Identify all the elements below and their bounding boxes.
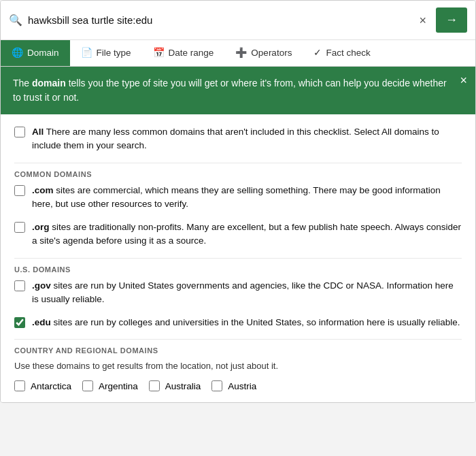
divider-2 bbox=[14, 258, 462, 259]
checkbox-row-all: All There are many less common domains t… bbox=[14, 125, 462, 153]
checkbox-row-org: .org sites are traditionally non-profits… bbox=[14, 221, 462, 248]
checkbox-org[interactable] bbox=[14, 222, 25, 233]
globe-icon: 🌐 bbox=[12, 47, 23, 58]
main-container: 🔍 × → 🌐 Domain 📄 File type 📅 Date range … bbox=[0, 0, 476, 403]
checkbox-all[interactable] bbox=[14, 127, 25, 137]
tab-bar: 🌐 Domain 📄 File type 📅 Date range ➕ Oper… bbox=[1, 40, 475, 67]
country-row: Antarctica Argentina Australia Austria bbox=[14, 380, 462, 391]
tab-operators-label: Operators bbox=[251, 48, 292, 58]
search-input[interactable] bbox=[28, 14, 409, 26]
checkmark-icon: ✓ bbox=[313, 47, 322, 58]
country-label-argentina: Argentina bbox=[99, 381, 138, 391]
checkbox-australia[interactable] bbox=[149, 380, 160, 391]
content-area: All There are many less common domains t… bbox=[1, 114, 475, 402]
calendar-icon: 📅 bbox=[153, 47, 165, 58]
tab-domain-label: Domain bbox=[27, 48, 59, 58]
checkbox-antarctica[interactable] bbox=[14, 380, 25, 391]
tab-daterange-label: Date range bbox=[169, 48, 214, 58]
search-bar: 🔍 × → bbox=[1, 1, 475, 40]
checkbox-argentina[interactable] bbox=[82, 380, 93, 391]
checkbox-edu-label: .edu sites are run by colleges and unive… bbox=[32, 316, 460, 329]
search-submit-button[interactable]: → bbox=[436, 7, 467, 33]
search-icon: 🔍 bbox=[9, 14, 22, 27]
plus-icon: ➕ bbox=[235, 47, 247, 58]
banner-bold-word: domain bbox=[32, 78, 66, 88]
banner-text-after: tells you the type of site you will get … bbox=[13, 78, 447, 103]
section-country-domains: COUNTRY AND REGIONAL DOMAINS bbox=[14, 346, 462, 355]
section-common-domains: COMMON DOMAINS bbox=[14, 170, 462, 178]
checkbox-row-com: .com sites are commercial, which means t… bbox=[14, 184, 462, 212]
tab-factcheck[interactable]: ✓ Fact check bbox=[303, 40, 381, 66]
country-item-antarctica: Antarctica bbox=[14, 380, 71, 391]
checkbox-all-label: All There are many less common domains t… bbox=[32, 125, 462, 153]
checkbox-gov-label: .gov sites are run by United States gove… bbox=[32, 279, 462, 307]
section-us-domains: U.S. DOMAINS bbox=[14, 265, 462, 274]
divider-3 bbox=[14, 339, 462, 340]
tab-filetype[interactable]: 📄 File type bbox=[70, 40, 142, 66]
arrow-right-icon: → bbox=[445, 13, 458, 27]
country-item-argentina: Argentina bbox=[82, 380, 138, 391]
banner-close-button[interactable]: × bbox=[460, 74, 467, 88]
checkbox-org-label: .org sites are traditionally non-profits… bbox=[32, 221, 462, 248]
country-label-austria: Austria bbox=[228, 381, 256, 391]
country-item-austria: Austria bbox=[211, 380, 256, 391]
country-label-antarctica: Antarctica bbox=[31, 381, 71, 391]
tab-domain[interactable]: 🌐 Domain bbox=[1, 40, 70, 66]
tab-filetype-label: File type bbox=[97, 48, 131, 58]
tab-daterange[interactable]: 📅 Date range bbox=[142, 40, 225, 66]
file-icon: 📄 bbox=[81, 47, 92, 58]
country-label-australia: Australia bbox=[165, 381, 201, 391]
checkbox-row-edu: .edu sites are run by colleges and unive… bbox=[14, 316, 462, 329]
country-section-desc: Use these domains to get results from th… bbox=[14, 360, 462, 372]
divider-1 bbox=[14, 163, 462, 163]
banner-text: The domain tells you the type of site yo… bbox=[13, 78, 447, 103]
tab-factcheck-label: Fact check bbox=[326, 48, 370, 58]
checkbox-com[interactable] bbox=[14, 185, 25, 196]
clear-search-button[interactable]: × bbox=[415, 13, 430, 28]
country-item-australia: Australia bbox=[149, 380, 201, 391]
checkbox-edu[interactable] bbox=[14, 317, 25, 328]
tab-operators[interactable]: ➕ Operators bbox=[224, 40, 303, 66]
checkbox-com-label: .com sites are commercial, which means t… bbox=[32, 184, 462, 212]
info-banner: The domain tells you the type of site yo… bbox=[1, 67, 475, 114]
checkbox-row-gov: .gov sites are run by United States gove… bbox=[14, 279, 462, 307]
checkbox-gov[interactable] bbox=[14, 280, 25, 291]
checkbox-austria[interactable] bbox=[211, 380, 222, 391]
